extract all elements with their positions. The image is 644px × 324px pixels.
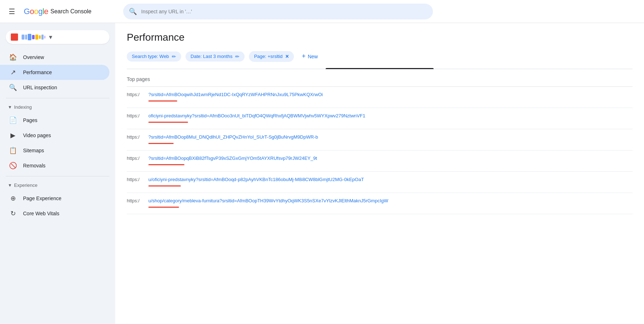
property-colorblocks: [22, 34, 45, 40]
plus-icon: +: [302, 53, 306, 60]
table-row[interactable]: https:/?srsltid=AfmBOop8Mul_DNQdlhUI_ZHP…: [127, 129, 632, 150]
sidebar-item-label: Page Experience: [23, 195, 62, 201]
page-title: Performance: [127, 32, 632, 43]
url-underline: [148, 143, 174, 144]
filter-page-label: Page: +srsltid: [254, 54, 282, 59]
search-input[interactable]: [141, 9, 427, 14]
sidebar-item-performance[interactable]: ↗ Performance: [0, 65, 109, 80]
url-prefix: https:/: [127, 172, 148, 193]
url-underline: [148, 122, 188, 123]
app-title: Search Console: [50, 8, 91, 15]
url-prefix: https:/: [127, 129, 148, 150]
section-header-experience[interactable]: ▾ Experience: [0, 179, 115, 191]
search-icon: 🔍: [129, 8, 137, 15]
sidebar-item-url-inspection[interactable]: 🔍 URL inspection: [0, 80, 109, 95]
url-underline: [148, 185, 181, 186]
sidebar-item-label: Sitemaps: [23, 148, 44, 153]
main-content: Performance Search type: Web ✏ Date: Las…: [115, 23, 644, 324]
divider: [6, 176, 109, 176]
close-icon: ×: [286, 53, 289, 60]
sidebar-item-label: Overview: [23, 54, 44, 60]
section-label: Top pages: [127, 69, 632, 87]
url-path-text: u/oficiyni-predstavnyky?srsltid=AfmBOoqd…: [148, 177, 632, 182]
sidebar: ▾ 🏠 Overview ↗ Performance 🔍 URL inspect…: [0, 23, 115, 324]
sidebar-item-sitemaps[interactable]: 📋 Sitemaps: [0, 143, 109, 158]
url-path: u/shop/category/mebleva-furnitura?srslti…: [148, 193, 632, 214]
sidebar-item-label: Pages: [23, 117, 37, 123]
url-prefix: https:/: [127, 108, 148, 129]
url-path: u/oficiyni-predstavnyky?srsltid=AfmBOoqd…: [148, 172, 632, 193]
url-path: ?srsltid=AfmBOop8Mul_DNQdlhUI_ZHPQvZHnYo…: [148, 129, 632, 150]
sitemaps-icon: 📋: [9, 147, 17, 154]
sidebar-item-removals[interactable]: 🚫 Removals: [0, 158, 109, 173]
performance-icon: ↗: [9, 68, 17, 76]
url-table: https:/?srsltid=AfmBOoqwihJd1wmRjeNd1DC-…: [127, 87, 632, 214]
tab-active-indicator: [326, 68, 434, 69]
url-prefix: https:/: [127, 150, 148, 172]
table-row[interactable]: https:/?srsltid=AfmBOopqBXiB82fTsgvP39xS…: [127, 150, 632, 172]
property-selector[interactable]: ▾: [6, 30, 109, 44]
filter-search-type[interactable]: Search type: Web ✏: [127, 51, 181, 62]
core-web-vitals-icon: ↻: [9, 210, 17, 217]
menu-button[interactable]: ☰: [6, 4, 18, 19]
url-path-text: ?srsltid=AfmBOop8Mul_DNQdlhUI_ZHPQvZHnYo…: [148, 134, 632, 140]
search-icon: 🔍: [9, 84, 17, 91]
filter-date-label: Date: Last 3 months: [191, 54, 232, 59]
table-row[interactable]: https:/u/oficiyni-predstavnyky?srsltid=A…: [127, 172, 632, 193]
chevron-down-icon: ▾: [49, 33, 52, 41]
divider: [6, 98, 109, 98]
sidebar-item-label: Performance: [23, 69, 52, 75]
url-underline: [148, 164, 184, 165]
sidebar-item-overview[interactable]: 🏠 Overview: [0, 50, 109, 65]
filter-date[interactable]: Date: Last 3 months ✏: [185, 51, 245, 62]
search-bar[interactable]: 🔍: [123, 4, 433, 19]
table-row[interactable]: https:/u/shop/category/mebleva-furnitura…: [127, 193, 632, 214]
home-icon: 🏠: [9, 53, 17, 61]
url-path: oficiyni-predstavnyky?srsltid=AfmBOoo3nU…: [148, 108, 632, 129]
filter-search-type-label: Search type: Web: [132, 54, 169, 59]
url-path: ?srsltid=AfmBOopqBXiB82fTsgvP39xSZGxGmjY…: [148, 150, 632, 172]
sidebar-item-label: URL inspection: [23, 85, 57, 90]
new-filter-button[interactable]: + New: [298, 50, 322, 62]
sidebar-item-label: Core Web Vitals: [23, 211, 59, 216]
sidebar-item-label: Video pages: [23, 132, 51, 138]
section-header-label: Experience: [14, 183, 37, 188]
edit-icon: ✏: [235, 54, 240, 59]
chevron-down-icon: ▾: [9, 104, 11, 110]
top-header: ☰ Google Search Console 🔍: [0, 0, 644, 23]
sidebar-item-label: Removals: [23, 163, 45, 168]
property-favicon: [11, 33, 18, 41]
url-underline: [148, 100, 177, 102]
logo-area: Google Search Console: [24, 7, 117, 16]
section-header-indexing[interactable]: ▾ Indexing: [0, 101, 115, 113]
url-path: ?srsltid=AfmBOoqwihJd1wmRjeNd1DC-IxQqRYz…: [148, 87, 632, 108]
url-underline: [148, 207, 179, 208]
removals-icon: 🚫: [9, 162, 17, 170]
url-path-text: oficiyni-predstavnyky?srsltid=AfmBOoo3nU…: [148, 113, 632, 118]
url-prefix: https:/: [127, 193, 148, 214]
pages-icon: 📄: [9, 116, 17, 124]
page-experience-icon: ⊕: [9, 194, 17, 202]
url-path-text: ?srsltid=AfmBOoqwihJd1wmRjeNd1DC-IxQqRYz…: [148, 92, 632, 97]
sidebar-item-video-pages[interactable]: ▶ Video pages: [0, 128, 109, 143]
table-row[interactable]: https:/?srsltid=AfmBOoqwihJd1wmRjeNd1DC-…: [127, 87, 632, 108]
google-logo: Google: [24, 7, 48, 16]
filter-page[interactable]: Page: +srsltid ×: [249, 51, 294, 62]
table-row[interactable]: https:/oficiyni-predstavnyky?srsltid=Afm…: [127, 108, 632, 129]
section-header-label: Indexing: [14, 104, 32, 110]
sidebar-item-pages[interactable]: 📄 Pages: [0, 113, 109, 128]
new-filter-label: New: [308, 54, 318, 59]
edit-icon: ✏: [172, 54, 176, 59]
chevron-down-icon: ▾: [9, 182, 11, 188]
url-path-text: u/shop/category/mebleva-furnitura?srslti…: [148, 198, 632, 203]
video-icon: ▶: [9, 131, 17, 139]
url-path-text: ?srsltid=AfmBOopqBXiB82fTsgvP39xSZGxGmjY…: [148, 156, 632, 161]
url-prefix: https:/: [127, 87, 148, 108]
sidebar-item-page-experience[interactable]: ⊕ Page Experience: [0, 191, 109, 206]
sidebar-item-core-web-vitals[interactable]: ↻ Core Web Vitals: [0, 206, 109, 221]
main-layout: ▾ 🏠 Overview ↗ Performance 🔍 URL inspect…: [0, 23, 644, 324]
filter-bar: Search type: Web ✏ Date: Last 3 months ✏…: [127, 50, 632, 62]
